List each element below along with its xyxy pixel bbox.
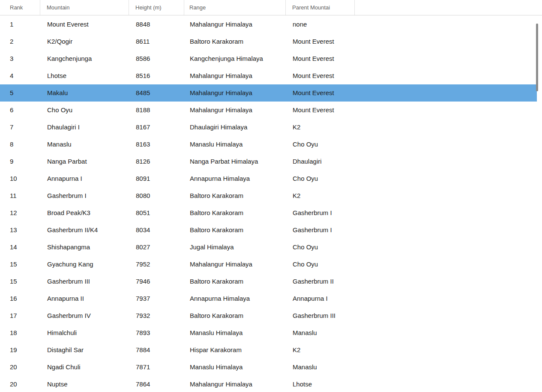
cell-height: 7884 xyxy=(129,341,184,359)
cell-rank: 8 xyxy=(0,136,40,153)
table-row[interactable]: 6 Cho Oyu 8188 Mahalangur Himalaya Mount… xyxy=(0,102,537,119)
column-header-rank[interactable]: Rank xyxy=(0,0,40,15)
cell-range: Mahalangur Himalaya xyxy=(184,376,286,392)
cell-rank: 14 xyxy=(0,239,40,256)
cell-rank: 17 xyxy=(0,307,40,324)
cell-height: 8586 xyxy=(129,50,184,67)
cell-height: 8516 xyxy=(129,67,184,84)
cell-rank: 5 xyxy=(0,84,40,102)
cell-parent-mountain: Manaslu xyxy=(286,359,355,376)
table-row[interactable]: 18 Himalchuli 7893 Manaslu Himalaya Mana… xyxy=(0,324,537,341)
cell-range: Hispar Karakoram xyxy=(184,341,286,359)
cell-parent-mountain: none xyxy=(286,16,355,33)
cell-range: Jugal Himalaya xyxy=(184,239,286,256)
cell-mountain: Annapurna II xyxy=(40,290,129,307)
cell-height: 7937 xyxy=(129,290,184,307)
table-row[interactable]: 15 Gyachung Kang 7952 Mahalangur Himalay… xyxy=(0,256,537,273)
cell-mountain: Himalchuli xyxy=(40,324,129,341)
cell-rank: 12 xyxy=(0,204,40,221)
cell-range: Baltoro Karakoram xyxy=(184,273,286,290)
table-row[interactable]: 12 Broad Peak/K3 8051 Baltoro Karakoram … xyxy=(0,204,537,221)
column-header-filler xyxy=(355,0,542,15)
cell-mountain: Cho Oyu xyxy=(40,102,129,119)
table-row[interactable]: 20 Ngadi Chuli 7871 Manaslu Himalaya Man… xyxy=(0,359,537,376)
cell-rank: 6 xyxy=(0,102,40,119)
table-row[interactable]: 2 K2/Qogir 8611 Baltoro Karakoram Mount … xyxy=(0,33,537,50)
cell-mountain: Kangchenjunga xyxy=(40,50,129,67)
cell-height: 8848 xyxy=(129,16,184,33)
table-row[interactable]: 10 Annapurna I 8091 Annapurna Himalaya C… xyxy=(0,170,537,187)
cell-range: Baltoro Karakoram xyxy=(184,221,286,239)
table-row[interactable]: 13 Gasherbrum II/K4 8034 Baltoro Karakor… xyxy=(0,221,537,239)
cell-height: 8051 xyxy=(129,204,184,221)
cell-range: Mahalangur Himalaya xyxy=(184,16,286,33)
table-row[interactable]: 9 Nanga Parbat 8126 Nanga Parbat Himalay… xyxy=(0,153,537,170)
cell-height: 8126 xyxy=(129,153,184,170)
column-header-parent-mountain[interactable]: Parent Mountai xyxy=(286,0,355,15)
cell-height: 8027 xyxy=(129,239,184,256)
cell-height: 8034 xyxy=(129,221,184,239)
table-row[interactable]: 7 Dhaulagiri I 8167 Dhaulagiri Himalaya … xyxy=(0,119,537,136)
cell-range: Kangchenjunga Himalaya xyxy=(184,50,286,67)
cell-mountain: Makalu xyxy=(40,84,129,102)
table-row[interactable]: 11 Gasherbrum I 8080 Baltoro Karakoram K… xyxy=(0,187,537,204)
cell-range: Baltoro Karakoram xyxy=(184,33,286,50)
cell-height: 7946 xyxy=(129,273,184,290)
table-row[interactable]: 19 Distaghil Sar 7884 Hispar Karakoram K… xyxy=(0,341,537,359)
cell-rank: 18 xyxy=(0,324,40,341)
cell-parent-mountain: K2 xyxy=(286,119,355,136)
cell-mountain: Shishapangma xyxy=(40,239,129,256)
cell-parent-mountain: Cho Oyu xyxy=(286,170,355,187)
cell-parent-mountain: Dhaulagiri xyxy=(286,153,355,170)
cell-height: 7864 xyxy=(129,376,184,392)
cell-rank: 15 xyxy=(0,256,40,273)
cell-rank: 7 xyxy=(0,119,40,136)
cell-height: 8080 xyxy=(129,187,184,204)
cell-parent-mountain: Mount Everest xyxy=(286,84,355,102)
cell-parent-mountain: K2 xyxy=(286,187,355,204)
cell-mountain: Manaslu xyxy=(40,136,129,153)
cell-parent-mountain: Gasherbrum I xyxy=(286,221,355,239)
table-row[interactable]: 15 Gasherbrum III 7946 Baltoro Karakoram… xyxy=(0,273,537,290)
table-row[interactable]: 4 Lhotse 8516 Mahalangur Himalaya Mount … xyxy=(0,67,537,84)
cell-range: Mahalangur Himalaya xyxy=(184,67,286,84)
table-row[interactable]: 8 Manaslu 8163 Manaslu Himalaya Cho Oyu xyxy=(0,136,537,153)
cell-mountain: Gasherbrum II/K4 xyxy=(40,221,129,239)
cell-mountain: Gyachung Kang xyxy=(40,256,129,273)
cell-rank: 4 xyxy=(0,67,40,84)
cell-height: 8188 xyxy=(129,102,184,119)
cell-rank: 9 xyxy=(0,153,40,170)
cell-parent-mountain: Lhotse xyxy=(286,376,355,392)
cell-rank: 20 xyxy=(0,376,40,392)
cell-mountain: Ngadi Chuli xyxy=(40,359,129,376)
cell-mountain: Broad Peak/K3 xyxy=(40,204,129,221)
cell-mountain: Dhaulagiri I xyxy=(40,119,129,136)
table-row[interactable]: 14 Shishapangma 8027 Jugal Himalaya Cho … xyxy=(0,239,537,256)
cell-rank: 11 xyxy=(0,187,40,204)
cell-mountain: Gasherbrum I xyxy=(40,187,129,204)
table-row[interactable]: 3 Kangchenjunga 8586 Kangchenjunga Himal… xyxy=(0,50,537,67)
cell-mountain: Gasherbrum IV xyxy=(40,307,129,324)
cell-mountain: Lhotse xyxy=(40,67,129,84)
table-row[interactable]: 5 Makalu 8485 Mahalangur Himalaya Mount … xyxy=(0,84,537,102)
cell-range: Mahalangur Himalaya xyxy=(184,256,286,273)
column-header-mountain[interactable]: Mountain xyxy=(40,0,129,15)
cell-parent-mountain: Gasherbrum I xyxy=(286,204,355,221)
cell-mountain: Gasherbrum III xyxy=(40,273,129,290)
table-row[interactable]: 17 Gasherbrum IV 7932 Baltoro Karakoram … xyxy=(0,307,537,324)
column-header-height[interactable]: Height (m) xyxy=(129,0,184,15)
cell-rank: 20 xyxy=(0,359,40,376)
table-row[interactable]: 16 Annapurna II 7937 Annapurna Himalaya … xyxy=(0,290,537,307)
table-row[interactable]: 1 Mount Everest 8848 Mahalangur Himalaya… xyxy=(0,16,537,33)
column-header-range[interactable]: Range xyxy=(184,0,286,15)
cell-parent-mountain: Annapurna I xyxy=(286,290,355,307)
cell-mountain: Nuptse xyxy=(40,376,129,392)
table-body: 1 Mount Everest 8848 Mahalangur Himalaya… xyxy=(0,15,537,392)
cell-height: 7932 xyxy=(129,307,184,324)
cell-range: Manaslu Himalaya xyxy=(184,324,286,341)
vertical-scrollbar-thumb[interactable] xyxy=(536,24,538,91)
table-row[interactable]: 20 Nuptse 7864 Mahalangur Himalaya Lhots… xyxy=(0,376,537,392)
cell-parent-mountain: Mount Everest xyxy=(286,33,355,50)
cell-range: Mahalangur Himalaya xyxy=(184,84,286,102)
cell-range: Annapurna Himalaya xyxy=(184,290,286,307)
